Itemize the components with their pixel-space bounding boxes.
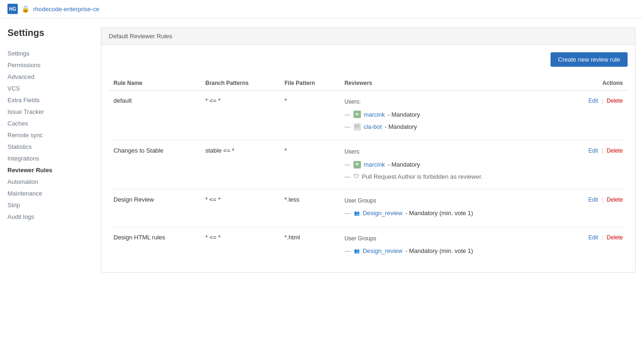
file-pattern-cell: * — [280, 140, 339, 189]
toolbar-row: Create new review rule — [109, 52, 628, 67]
reviewer-row: —Mmarcink - Mandatory — [345, 109, 557, 120]
sidebar-link-vcs[interactable]: VCS — [7, 85, 20, 92]
actions-cell: Edit | Delete — [562, 140, 628, 189]
table-header-row: Rule Name Branch Patterns File Pattern R… — [109, 76, 628, 91]
edit-button[interactable]: Edit — [588, 147, 598, 154]
user-link[interactable]: cla-bot — [364, 121, 382, 132]
sidebar-item-advanced[interactable]: Advanced — [7, 71, 101, 83]
table-row: Design HTML rules* <= **.htmlUser Groups… — [109, 227, 628, 264]
rule-name-cell: Design Review — [109, 189, 201, 227]
pr-author-row: —🛡Pull Request Author is forbidden as re… — [345, 171, 557, 182]
edit-button[interactable]: Edit — [588, 234, 598, 241]
repo-name-link[interactable]: rhodecode-enterprise-ce — [33, 6, 99, 13]
branch-pattern: * <= * — [205, 97, 221, 104]
actions-cell: Edit | Delete — [562, 227, 628, 264]
sidebar-link-maintenance[interactable]: Maintenance — [7, 190, 42, 197]
sidebar-link-remote-sync[interactable]: Remote sync — [7, 132, 43, 139]
sidebar-item-remote-sync[interactable]: Remote sync — [7, 129, 101, 141]
sidebar-link-issue-tracker[interactable]: Issue Tracker — [7, 108, 44, 115]
page-title: Settings — [7, 28, 101, 38]
sidebar-item-audit-logs[interactable]: Audit logs — [7, 211, 101, 223]
reviewers-type-label: User Groups — [345, 234, 557, 244]
mandatory-badge: - Mandatory (min. vote 1) — [405, 245, 473, 256]
branch-pattern-cell: * <= * — [201, 189, 280, 227]
sidebar-item-permissions[interactable]: Permissions — [7, 59, 101, 71]
sidebar-link-caches[interactable]: Caches — [7, 120, 28, 127]
reviewers-type-label: Users: — [345, 147, 557, 157]
reviewers-type-label: User Groups — [345, 196, 557, 206]
sidebar-link-settings[interactable]: Settings — [7, 50, 29, 57]
mandatory-badge: - Mandatory (min. vote 1) — [405, 208, 473, 218]
sidebar-link-reviewer-rules[interactable]: Reviewer Rules — [7, 167, 52, 174]
branch-pattern: stable <= * — [205, 147, 234, 154]
col-actions: Actions — [562, 76, 628, 91]
sidebar-link-audit-logs[interactable]: Audit logs — [7, 213, 34, 220]
reviewers-cell: User Groups—👥Design_review - Mandatory (… — [340, 189, 562, 227]
delete-button[interactable]: Delete — [607, 98, 623, 104]
delete-button[interactable]: Delete — [607, 234, 623, 241]
edit-button[interactable]: Edit — [588, 98, 598, 104]
file-pattern: *.html — [284, 234, 300, 241]
sidebar-item-settings[interactable]: Settings — [7, 48, 101, 59]
reviewer-row: —👥Design_review - Mandatory (min. vote 1… — [345, 208, 557, 218]
main-content: Default Reviewer Rules Create new review… — [101, 28, 636, 273]
user-link[interactable]: marcink — [364, 159, 385, 170]
sidebar-item-reviewer-rules[interactable]: Reviewer Rules — [7, 164, 101, 176]
reviewer-row: —👥Design_review - Mandatory (min. vote 1… — [345, 245, 557, 256]
sidebar-link-strip[interactable]: Strip — [7, 202, 20, 209]
action-separator: | — [600, 97, 605, 104]
lock-icon: 🔒 — [21, 5, 29, 13]
action-separator: | — [600, 147, 605, 154]
edit-button[interactable]: Edit — [588, 196, 598, 203]
delete-button[interactable]: Delete — [607, 147, 623, 154]
forbidden-text: Pull Request Author is forbidden as revi… — [362, 171, 483, 182]
sidebar-link-permissions[interactable]: Permissions — [7, 62, 41, 69]
avatar: M — [353, 161, 361, 168]
sidebar-link-integrations[interactable]: Integrations — [7, 155, 39, 162]
actions-cell: Edit | Delete — [562, 91, 628, 140]
sidebar-item-integrations[interactable]: Integrations — [7, 153, 101, 164]
sidebar-link-extra-fields[interactable]: Extra Fields — [7, 97, 40, 104]
sidebar-item-strip[interactable]: Strip — [7, 199, 101, 211]
sidebar-link-statistics[interactable]: Statistics — [7, 143, 32, 150]
table-row: Changes to Stablestable <= **Users:—Mmar… — [109, 140, 628, 189]
user-link[interactable]: marcink — [364, 109, 385, 120]
sidebar-link-automation[interactable]: Automation — [7, 178, 38, 185]
sidebar-nav: SettingsPermissionsAdvancedVCSExtra Fiel… — [7, 48, 101, 223]
branch-pattern: * <= * — [205, 234, 221, 241]
reviewer-row: —Mmarcink - Mandatory — [345, 159, 557, 170]
sidebar-item-vcs[interactable]: VCS — [7, 83, 101, 94]
rule-name-cell: Design HTML rules — [109, 227, 201, 264]
sidebar-item-automation[interactable]: Automation — [7, 176, 101, 188]
file-pattern-cell: *.less — [280, 189, 339, 227]
branch-pattern: * <= * — [205, 196, 221, 203]
group-link[interactable]: Design_review — [363, 208, 403, 218]
group-link[interactable]: Design_review — [363, 245, 403, 256]
reviewers-cell: Users:—Mmarcink - Mandatory—🛡Pull Reques… — [340, 140, 562, 189]
sidebar-item-statistics[interactable]: Statistics — [7, 141, 101, 153]
rule-name: Design Review — [113, 196, 154, 203]
sidebar-link-advanced[interactable]: Advanced — [7, 73, 35, 80]
col-file-pattern: File Pattern — [280, 76, 339, 91]
reviewer-rules-table: Rule Name Branch Patterns File Pattern R… — [109, 76, 628, 265]
reviewer-row: —🛡cla-bot - Mandatory — [345, 121, 557, 132]
file-pattern-cell: *.html — [280, 227, 339, 264]
sidebar-item-caches[interactable]: Caches — [7, 118, 101, 129]
delete-button[interactable]: Delete — [607, 196, 623, 203]
group-icon: 👥 — [353, 210, 360, 217]
file-pattern: * — [284, 147, 287, 154]
create-review-rule-button[interactable]: Create new review rule — [551, 52, 628, 67]
table-row: default* <= **Users:—Mmarcink - Mandator… — [109, 91, 628, 140]
sidebar: Settings SettingsPermissionsAdvancedVCSE… — [7, 28, 101, 273]
branch-pattern-cell: * <= * — [201, 227, 280, 264]
group-icon: 👥 — [353, 248, 360, 254]
avatar: 🛡 — [353, 123, 361, 131]
page-layout: Settings SettingsPermissionsAdvancedVCSE… — [0, 18, 643, 282]
sidebar-item-issue-tracker[interactable]: Issue Tracker — [7, 106, 101, 118]
rule-name: default — [113, 97, 132, 104]
sidebar-item-maintenance[interactable]: Maintenance — [7, 188, 101, 199]
file-pattern: *.less — [284, 196, 299, 203]
sidebar-item-extra-fields[interactable]: Extra Fields — [7, 94, 101, 106]
table-row: Design Review* <= **.lessUser Groups—👥De… — [109, 189, 628, 227]
col-branch-patterns: Branch Patterns — [201, 76, 280, 91]
